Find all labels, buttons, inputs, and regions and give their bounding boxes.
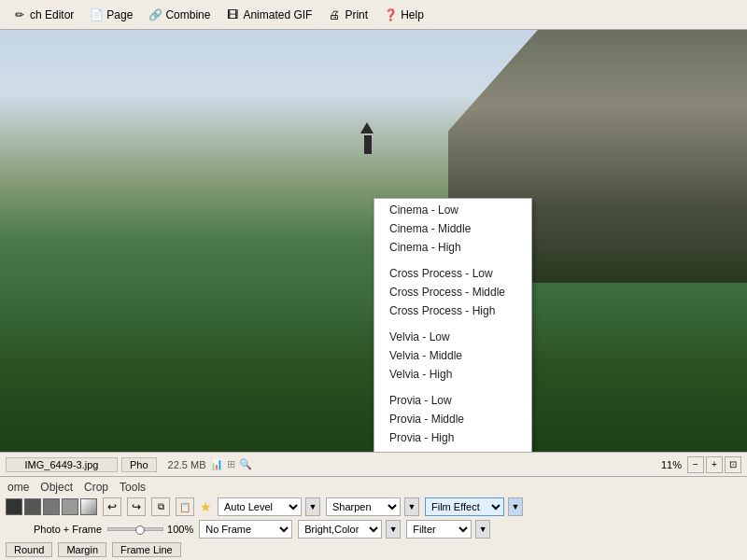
sharpen-arrow[interactable]: ▼	[404, 497, 419, 516]
menu-item-provia-low[interactable]: Provia - Low	[374, 391, 531, 410]
zoom-plus-button[interactable]: +	[706, 456, 723, 473]
color-boxes	[6, 498, 97, 515]
church-spire	[360, 122, 374, 133]
editor-icon: ✏	[12, 7, 27, 22]
sharpen-dropdown-row: Sharpen ▼	[326, 497, 419, 516]
filter-dropdown-row: Filter ▼	[406, 520, 490, 539]
color-box-dark2[interactable]	[24, 498, 41, 515]
sharpen-select[interactable]: Sharpen	[326, 497, 401, 516]
status-bar: IMG_6449-3.jpg Pho 22.5 MB 📊 ⊞ 🔍 11% − +…	[0, 452, 747, 476]
combine-icon: 🔗	[148, 7, 162, 22]
menu-item-cinema-high[interactable]: Cinema - High	[374, 238, 531, 257]
bottom-panel: ome Object Crop Tools ↩ ↪ ⧉ 📋 ★	[0, 476, 747, 560]
toolbar-btn-page[interactable]: 📄 Page	[82, 5, 139, 25]
magnify-icon: 🔍	[239, 458, 252, 470]
menu-item-provia-middle[interactable]: Provia - Middle	[374, 410, 531, 428]
toolbar-btn-help[interactable]: ❓ Help	[376, 5, 430, 25]
combine-label: Combine	[165, 8, 210, 21]
filter-arrow[interactable]: ▼	[475, 520, 490, 539]
tab-home[interactable]: ome	[6, 481, 31, 494]
menu-item-cross-high[interactable]: Cross Process - High	[374, 301, 531, 320]
toolbar-btn-combine[interactable]: 🔗 Combine	[141, 5, 217, 25]
zoom-level: 11%	[657, 459, 685, 470]
round-button[interactable]: Round	[6, 542, 52, 557]
color-box-dark1[interactable]	[6, 498, 22, 515]
auto-level-select[interactable]: Auto Level	[218, 497, 302, 516]
color-box-dark4[interactable]	[62, 498, 78, 515]
menu-item-velvia-low[interactable]: Velvia - Low	[374, 328, 531, 346]
tab-crop[interactable]: Crop	[82, 481, 110, 494]
film-effect-dropdown-row: Film Effect ▼	[425, 497, 523, 516]
copy-icon[interactable]: ⧉	[151, 497, 170, 516]
menu-item-cross-middle[interactable]: Cross Process - Middle	[374, 283, 531, 301]
church-tower	[364, 135, 372, 154]
photo-tab: Pho	[121, 457, 157, 472]
menu-item-cinema-low[interactable]: Cinema - Low	[374, 201, 531, 219]
menu-item-velvia-high[interactable]: Velvia - High	[374, 365, 531, 384]
separator-1	[374, 257, 531, 264]
tab-tools[interactable]: Tools	[118, 481, 148, 494]
toolbar: ✏ ch Editor 📄 Page 🔗 Combine 🎞 Animated …	[0, 0, 747, 30]
menu-item-velvia-middle[interactable]: Velvia - Middle	[374, 346, 531, 365]
photo-frame-slider: 100%	[107, 524, 193, 535]
page-label: Page	[106, 8, 133, 21]
help-label: Help	[401, 8, 424, 21]
margin-button[interactable]: Margin	[58, 542, 106, 557]
frame-select[interactable]: No Frame	[199, 520, 292, 539]
bottom-buttons-row: Round Margin Frame Line	[6, 542, 741, 557]
controls-row-1: ↩ ↪ ⧉ 📋 ★ Auto Level ▼ Sharpen ▼ Film	[6, 497, 741, 516]
controls-row-2: Photo + Frame 100% No Frame Bright,Color…	[6, 520, 741, 539]
bright-color-select[interactable]: Bright,Color	[298, 520, 382, 539]
main-area: Cinema - Low Cinema - Middle Cinema - Hi…	[0, 30, 747, 560]
menu-item-provia-high[interactable]: Provia - High	[374, 428, 531, 447]
photo-frame-label: Photo + Frame	[34, 524, 102, 535]
undo-icon[interactable]: ↩	[103, 497, 121, 516]
gif-icon: 🎞	[225, 7, 240, 22]
toolbar-btn-print[interactable]: 🖨 Print	[320, 5, 374, 25]
paste-icon[interactable]: 📋	[176, 497, 194, 516]
tab-object[interactable]: Object	[38, 481, 75, 494]
slider-thumb[interactable]	[135, 525, 145, 535]
film-effect-arrow[interactable]: ▼	[508, 497, 523, 516]
editor-label: ch Editor	[30, 8, 74, 21]
filesize-label: 22.5 MB	[168, 459, 206, 470]
slider-track[interactable]	[107, 527, 163, 531]
filter-select[interactable]: Filter	[406, 520, 472, 539]
film-effect-dropdown: Cinema - Low Cinema - Middle Cinema - Hi…	[374, 198, 532, 452]
print-icon: 🖨	[327, 7, 342, 22]
separator-2	[374, 320, 531, 328]
bright-color-dropdown-row: Bright,Color ▼	[298, 520, 401, 539]
print-label: Print	[345, 8, 368, 21]
toolbar-btn-editor[interactable]: ✏ ch Editor	[6, 5, 80, 25]
page-icon: 📄	[89, 7, 104, 22]
separator-4	[374, 447, 531, 452]
separator-3	[374, 384, 531, 391]
frame-line-button[interactable]: Frame Line	[112, 542, 181, 557]
menu-item-cross-low[interactable]: Cross Process - Low	[374, 264, 531, 283]
menu-item-cinema-middle[interactable]: Cinema - Middle	[374, 219, 531, 238]
bottom-tabs: ome Object Crop Tools	[6, 481, 741, 494]
bright-color-arrow[interactable]: ▼	[386, 520, 401, 539]
gif-label: Animated GIF	[243, 8, 312, 21]
zoom-minus-button[interactable]: −	[687, 456, 704, 473]
zoom-fit-button[interactable]: ⊡	[725, 456, 741, 473]
toolbar-btn-gif[interactable]: 🎞 Animated GIF	[218, 5, 318, 25]
redo-icon[interactable]: ↪	[127, 497, 146, 516]
color-box-custom[interactable]	[80, 498, 97, 515]
auto-level-dropdown-row: Auto Level ▼	[218, 497, 320, 516]
star-icon: ★	[200, 499, 212, 514]
help-icon: ❓	[383, 7, 398, 22]
auto-level-arrow[interactable]: ▼	[305, 497, 320, 516]
filename-label: IMG_6449-3.jpg	[6, 457, 118, 472]
slider-percent: 100%	[167, 524, 193, 535]
zoom-controls: 11% − + ⊡	[657, 456, 741, 473]
color-box-dark3[interactable]	[43, 498, 60, 515]
film-effect-select[interactable]: Film Effect	[425, 497, 504, 516]
info-icon: 📊	[210, 458, 223, 470]
canvas-area: Cinema - Low Cinema - Middle Cinema - Hi…	[0, 30, 747, 452]
filter-icon: ⊞	[227, 458, 235, 470]
